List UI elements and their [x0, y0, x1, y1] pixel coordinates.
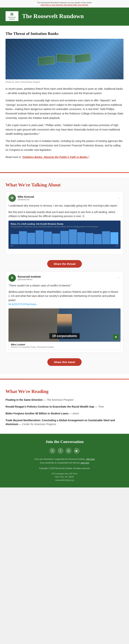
- email-container: The Roosevelt Rundown features our top s…: [0, 0, 129, 488]
- logo-line1: Roosevelt: [8, 16, 15, 18]
- tweet-card-1: M Mike Konczal @mkonczal ··· I understan…: [5, 192, 124, 254]
- reading-section-title: What We're Reading: [5, 389, 124, 394]
- address-city: New York, NY 10022: [55, 476, 74, 478]
- tweet-2-avatar: R: [8, 274, 16, 282]
- chart-label-first: Nov: [11, 245, 13, 246]
- chart-subtitle: Total job growth, employment survey, sea…: [11, 226, 118, 228]
- website: rooseveltinstitute.org: [55, 479, 74, 481]
- embed-caption-role: Director of Corporate Power, Roosevelt I…: [11, 346, 118, 348]
- share-thread-button[interactable]: Share the thread: [47, 260, 82, 268]
- share-thread-container: Share the thread: [5, 258, 124, 271]
- linkedin-icon[interactable]: in: [66, 448, 72, 454]
- share-tweet-container: Share this tweet: [5, 356, 124, 370]
- embed-person: [57, 314, 72, 336]
- chart-bar-9: [86, 233, 93, 244]
- article-title: The Threat of Imitation Banks: [5, 31, 124, 36]
- section-divider: [0, 172, 129, 173]
- embed-logo: R: [113, 334, 119, 340]
- top-bar-link[interactable]: View this in your browser and share with…: [40, 4, 89, 6]
- tweet-2-name: Roosevelt Institute: [18, 275, 41, 278]
- chart-bar-7: [69, 230, 77, 244]
- reading-source-1: The American Prospect: [47, 398, 74, 401]
- chart-bar-5: [52, 234, 60, 244]
- chart-bar-8: [77, 232, 85, 244]
- top-bar: The Roosevelt Rundown features our top s…: [0, 0, 129, 8]
- reading-title-1: Floating in the Same Direction: [5, 398, 43, 401]
- chart-bar-4: [44, 232, 52, 244]
- chart-bar-3: [36, 230, 43, 244]
- chart-bar-10: [94, 234, 102, 244]
- tweet-2-user-info: Roosevelt Institute @rooseveltinst: [18, 275, 41, 281]
- read-more-text: Read more in: [5, 156, 22, 158]
- chart-bars: [11, 230, 118, 244]
- youtube-icon[interactable]: ▶: [74, 448, 80, 454]
- chart-bar-1: [19, 231, 27, 244]
- article-link[interactable]: "Imitation Banks: Abusing the Public's F…: [22, 156, 89, 158]
- reading-dash-1: —: [43, 398, 47, 401]
- tweet-1-user-info: Mike Konczal @mkonczal: [18, 195, 34, 201]
- tweet-2-handle: @rooseveltinst: [18, 278, 41, 281]
- chart-title: Relax, it's a Soft Landing: Job Growth R…: [11, 223, 118, 225]
- reading-item-3: Biden Forgives Another $5 Billion in Stu…: [5, 412, 124, 416]
- tweet-2-more-icon[interactable]: ···: [118, 276, 121, 280]
- footer-title: Join the Conversation: [5, 439, 124, 444]
- facebook-icon[interactable]: f: [57, 448, 63, 454]
- email-header: R Roosevelt Institute The Roosevelt Rund…: [0, 8, 129, 26]
- reading-title-3: Biden Forgives Another $5 Billion in Stu…: [5, 412, 69, 415]
- twitter-icon[interactable]: 𝕏: [49, 448, 55, 454]
- tweet-card-2: R Roosevelt Institute @rooseveltinst ···…: [5, 271, 124, 353]
- header-title: The Roosevelt Rundown: [22, 13, 84, 20]
- article-para-4: The brief outlines how to rein in imitat…: [5, 139, 124, 152]
- reading-source-2: Time: [98, 405, 104, 408]
- section-divider-2: [0, 379, 129, 380]
- share-tweet-button[interactable]: Share this tweet: [47, 358, 81, 366]
- money-visual: [38, 52, 91, 66]
- unsubscribe-link[interactable]: click here: [81, 462, 89, 464]
- footer: Join the Conversation 𝕏 f in ▶ If you ar…: [0, 434, 129, 487]
- tweet-2-body: @NikoLusiani breaks down what shareholde…: [8, 290, 121, 306]
- reading-dash-2: —: [95, 405, 98, 408]
- tweet-1-header: M Mike Konczal @mkonczal ···: [8, 194, 121, 202]
- footer-copyright: Copyright © 2023 Roosevelt Institute. Al…: [5, 466, 124, 470]
- chart-bar-11: [102, 231, 110, 244]
- article-para-2: Imitation banks promise unusually high r…: [5, 98, 124, 120]
- bill-1: [38, 56, 55, 66]
- tweet-1-chart: Relax, it's a Soft Landing: Job Growth R…: [8, 220, 121, 249]
- chart-bar-0: [11, 234, 19, 244]
- tweet-1-more-icon[interactable]: ···: [118, 196, 121, 200]
- reading-source-3: Axios: [73, 412, 79, 415]
- avatar-initial: M: [11, 196, 13, 200]
- support-text: If you are interested in supporting the …: [34, 458, 86, 460]
- article-image: [5, 39, 124, 79]
- tweet-1-handle: @mkonczal: [18, 198, 34, 201]
- reading-section: What We're Reading Floating in the Same …: [0, 384, 129, 434]
- chart-bar-2: [27, 233, 35, 244]
- reading-item-4: Trade Beyond Neoliberalism: Concluding a…: [5, 418, 124, 426]
- chart-label-last: Nov: [116, 245, 118, 246]
- reading-item-2: Ronald Reagan's Policies Continue to Exa…: [5, 405, 124, 409]
- reading-dash-4: —: [19, 423, 22, 426]
- bill-3: [74, 53, 91, 63]
- embed-caption-name: Niko Lusiani: [11, 343, 118, 346]
- talking-section: What We're Talking About M Mike Konczal …: [0, 178, 129, 374]
- tweet-1-body-1: I understand why everyone is nervous, I …: [8, 204, 121, 208]
- tweet-2-link[interactable]: bit.ly/SCOTUSTaxGivea...: [8, 303, 38, 306]
- tweet-2-header: R Roosevelt Institute @rooseveltinst ···: [8, 274, 121, 282]
- tweet-1-avatar: M: [8, 194, 16, 202]
- social-icons: 𝕏 f in ▶: [5, 448, 124, 454]
- reading-dash-3: —: [69, 412, 73, 415]
- embed-badge: 19 corporations: [49, 333, 80, 339]
- address-street: 570 Lexington Ave, 5th Floor: [52, 472, 77, 475]
- chart-labels: NovNov: [11, 245, 118, 246]
- reading-title-2: Ronald Reagan's Policies Continue to Exa…: [5, 405, 94, 408]
- article-para-3: "Like crypto issuers in years past," Phi…: [5, 123, 124, 136]
- tweet-1-body-2: But this print is basically exactly what…: [8, 210, 121, 218]
- embed-caption: Niko Lusiani Director of Corporate Power…: [8, 342, 121, 350]
- tweet-2-embed-image: 19 corporations R: [8, 308, 121, 342]
- tweet-2-quote: "There couldn't be a clearer case of con…: [8, 284, 121, 288]
- bill-2: [56, 54, 73, 63]
- support-link[interactable]: click here: [86, 458, 95, 460]
- chart-bar-6: [60, 231, 68, 244]
- footer-support-text: If you are interested in supporting the …: [5, 458, 124, 465]
- logo-line2: Institute: [9, 18, 15, 20]
